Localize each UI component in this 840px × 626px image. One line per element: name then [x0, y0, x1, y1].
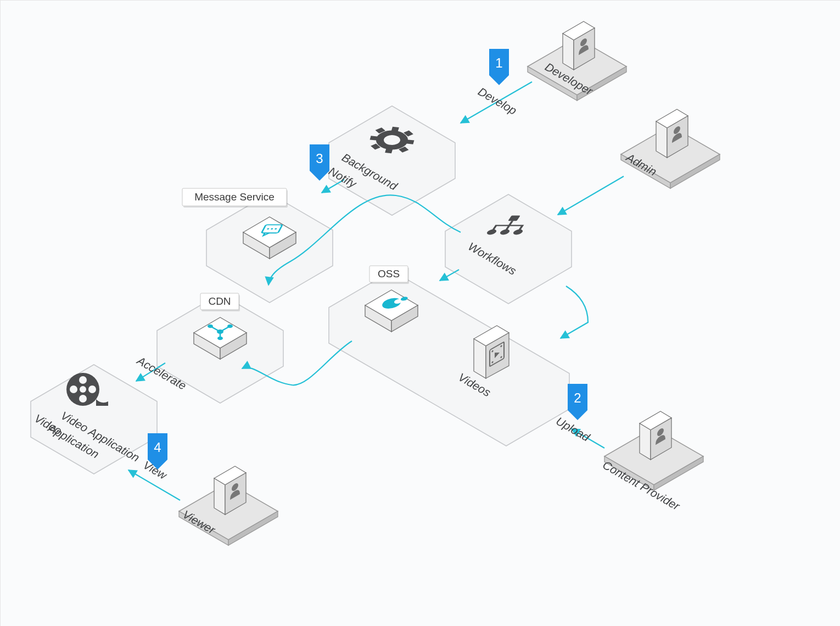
edge-workflows-to-oss: [440, 270, 459, 281]
label-develop: Develop: [476, 85, 519, 117]
svg-point-4: [79, 395, 87, 403]
node-video-application: Video Application Video Application: [31, 365, 157, 474]
svg-text:2: 2: [574, 390, 581, 405]
edge-admin-workflows: [558, 176, 624, 215]
node-background: Background: [329, 106, 455, 215]
actor-viewer: Viewer: [179, 466, 278, 545]
label-oss: OSS: [378, 268, 400, 280]
label-upload: Upload: [554, 415, 592, 444]
svg-rect-32: [385, 148, 393, 154]
svg-text:3: 3: [316, 151, 323, 166]
svg-text:1: 1: [495, 55, 502, 70]
svg-marker-72: [656, 121, 667, 158]
svg-rect-34: [406, 139, 415, 144]
svg-point-2: [80, 386, 86, 393]
step-flag-2: 2: [568, 384, 587, 420]
svg-point-5: [70, 385, 77, 393]
svg-marker-79: [640, 423, 651, 460]
node-message-service: Message Service: [182, 188, 333, 303]
svg-rect-33: [370, 136, 379, 141]
node-videos: OSS Videos: [329, 266, 569, 446]
node-workflows: Workflows: [445, 194, 572, 304]
svg-marker-54: [474, 339, 486, 378]
actor-developer: Developer: [528, 21, 626, 100]
svg-point-3: [79, 376, 87, 384]
svg-marker-44: [329, 271, 569, 446]
label-cdn: CDN: [208, 295, 231, 307]
architecture-diagram: Video Application Video Application /* t…: [0, 0, 840, 626]
svg-point-6: [88, 385, 96, 393]
edge-workflows-to-videos: [561, 286, 588, 338]
actor-content-provider: Content Provider: [601, 411, 703, 513]
svg-marker-39: [445, 194, 572, 304]
svg-text:4: 4: [154, 440, 161, 455]
step-flag-1: 1: [489, 49, 509, 85]
svg-marker-86: [214, 478, 225, 515]
label-message-service: Message Service: [194, 191, 275, 203]
svg-rect-31: [391, 127, 399, 132]
svg-marker-65: [563, 33, 574, 70]
actor-admin: Admin: [621, 109, 720, 188]
diagram-canvas: Video Application Video Application /* t…: [1, 1, 840, 626]
